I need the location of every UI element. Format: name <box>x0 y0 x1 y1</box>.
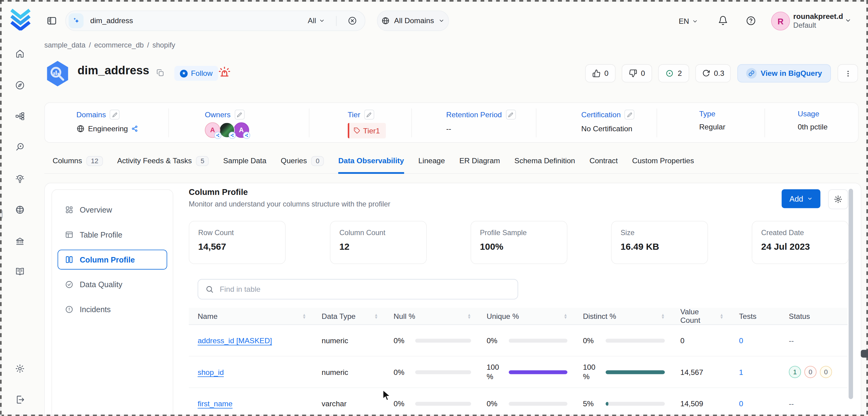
usage-value: 0th pctile <box>798 123 828 131</box>
column-header-value-count[interactable]: Value Count▲▼ <box>672 308 730 325</box>
search-clear-icon[interactable] <box>347 16 357 26</box>
sort-icon[interactable]: ▲▼ <box>467 313 471 319</box>
content-scrollbar[interactable] <box>848 189 853 399</box>
tab-er-diagram[interactable]: ER Diagram <box>459 156 500 173</box>
panel-toggle-icon[interactable] <box>46 15 57 26</box>
edit-certification-button[interactable] <box>625 109 635 120</box>
sort-icon[interactable]: ▲▼ <box>720 313 724 319</box>
sort-icon[interactable]: ▲▼ <box>303 313 306 319</box>
value-count: 14,509 <box>680 399 703 408</box>
tab-contract[interactable]: Contract <box>589 156 618 173</box>
column-link[interactable]: shop_id <box>198 368 224 376</box>
tier-badge[interactable]: Tier1 <box>347 123 386 138</box>
meta-usage: Usage 0th pctile <box>798 109 828 131</box>
edit-owners-button[interactable] <box>235 109 245 120</box>
tab-activity-feeds[interactable]: Activity Feeds & Tasks5 <box>117 156 209 173</box>
profiler-settings-button[interactable] <box>828 189 848 209</box>
language-select[interactable]: EN <box>679 15 698 27</box>
find-in-table[interactable] <box>198 279 518 299</box>
tests-link[interactable]: 1 <box>739 368 743 376</box>
global-search-bar[interactable]: All <box>65 11 365 31</box>
status-success-badge[interactable]: 1 <box>789 366 801 378</box>
column-header-distinct[interactable]: Distinct %▲▼ <box>574 312 672 320</box>
sort-icon[interactable]: ▲▼ <box>563 313 567 319</box>
sort-icon[interactable]: ▲▼ <box>661 313 665 319</box>
check-circle-icon <box>65 280 74 289</box>
alert-circle-icon <box>65 305 74 314</box>
owner-avatar-photo[interactable] <box>219 122 235 138</box>
subnav-overview[interactable]: Overview <box>58 200 167 220</box>
logout-icon[interactable] <box>15 395 25 405</box>
search-scope-select[interactable]: All <box>308 17 325 25</box>
notifications-bell-icon[interactable] <box>718 15 728 26</box>
edit-tier-button[interactable] <box>364 109 374 120</box>
breadcrumb-database[interactable]: ecommerce_db <box>94 41 144 49</box>
column-link[interactable]: first_name <box>198 399 233 408</box>
more-actions-button[interactable] <box>838 64 858 83</box>
subnav-incidents[interactable]: Incidents <box>58 299 167 319</box>
tab-data-observability[interactable]: Data Observability <box>338 156 404 174</box>
status-aborted-badge[interactable]: 0 <box>820 366 832 378</box>
tab-sample-data[interactable]: Sample Data <box>223 156 267 173</box>
owner-avatar[interactable]: A <box>234 122 249 138</box>
observability-icon[interactable] <box>15 142 25 152</box>
tab-badge: 0 <box>311 156 324 166</box>
follow-button[interactable]: ★ Follow <box>175 66 218 81</box>
downvote-button[interactable]: 0 <box>622 64 652 83</box>
share-link-icon[interactable] <box>131 125 138 132</box>
glossary-icon[interactable] <box>15 267 25 277</box>
column-header-data-type[interactable]: Data Type▲▼ <box>313 312 385 320</box>
tab-custom-properties[interactable]: Custom Properties <box>632 156 694 173</box>
status-failed-badge[interactable]: 0 <box>804 366 816 378</box>
version-button[interactable]: 0.3 <box>695 64 731 83</box>
tab-columns[interactable]: Columns12 <box>53 156 103 173</box>
owner-avatar[interactable]: A <box>205 122 220 138</box>
find-in-table-input[interactable] <box>219 284 510 294</box>
govern-icon[interactable] <box>15 236 25 246</box>
tests-link[interactable]: 0 <box>739 399 743 408</box>
tab-schema-definition[interactable]: Schema Definition <box>515 156 575 173</box>
user-menu[interactable]: rounakpreet.d Default <box>794 12 843 30</box>
tab-lineage[interactable]: Lineage <box>418 156 445 173</box>
collate-logo[interactable] <box>8 6 33 30</box>
tab-queries[interactable]: Queries0 <box>281 156 324 173</box>
copy-icon[interactable] <box>156 68 164 77</box>
home-icon[interactable] <box>15 49 25 59</box>
breadcrumb-service[interactable]: sample_data <box>44 41 85 49</box>
column-header-null[interactable]: Null %▲▼ <box>385 312 477 320</box>
domains-filter-button[interactable]: All Domains <box>377 11 449 31</box>
column-header-unique[interactable]: Unique %▲▼ <box>478 312 574 320</box>
subnav-table-profile[interactable]: Table Profile <box>58 225 167 245</box>
tests-link[interactable]: 0 <box>739 336 743 345</box>
edit-retention-button[interactable] <box>506 109 516 120</box>
type-value: Regular <box>699 123 725 131</box>
chevron-down-icon <box>439 18 445 24</box>
sort-icon[interactable]: ▲▼ <box>374 313 378 319</box>
announcement-siren-icon[interactable] <box>217 65 231 78</box>
settings-icon[interactable] <box>15 363 25 374</box>
unique-bar <box>508 370 567 374</box>
views-button[interactable]: 2 <box>658 64 689 83</box>
thumbs-down-icon <box>629 69 637 77</box>
breadcrumb-schema[interactable]: shopify <box>152 41 175 49</box>
explore-icon[interactable] <box>15 81 25 91</box>
column-header-name[interactable]: Name▲▼ <box>189 312 313 320</box>
edit-domains-button[interactable] <box>110 109 120 120</box>
owner-link-badge-icon <box>229 132 236 139</box>
subnav-data-quality[interactable]: Data Quality <box>58 275 167 294</box>
help-icon[interactable] <box>746 15 756 26</box>
lineage-icon[interactable] <box>15 111 25 121</box>
view-in-service-button[interactable]: View in BigQuery <box>737 64 831 83</box>
domains-value[interactable]: Engineering <box>88 125 128 133</box>
user-menu-chevron-icon[interactable] <box>845 17 851 24</box>
add-button[interactable]: Add <box>781 189 820 208</box>
insights-icon[interactable] <box>15 174 25 184</box>
column-header-tests: Tests <box>730 312 780 320</box>
upvote-button[interactable]: 0 <box>585 64 616 83</box>
column-link[interactable]: address_id [MASKED] <box>198 336 272 345</box>
user-avatar[interactable]: R <box>771 11 790 30</box>
subnav-column-profile[interactable]: Column Profile <box>58 250 167 269</box>
global-search-input[interactable] <box>89 16 303 26</box>
ai-sparkles-icon[interactable] <box>68 13 84 28</box>
domains-icon[interactable] <box>15 205 25 215</box>
